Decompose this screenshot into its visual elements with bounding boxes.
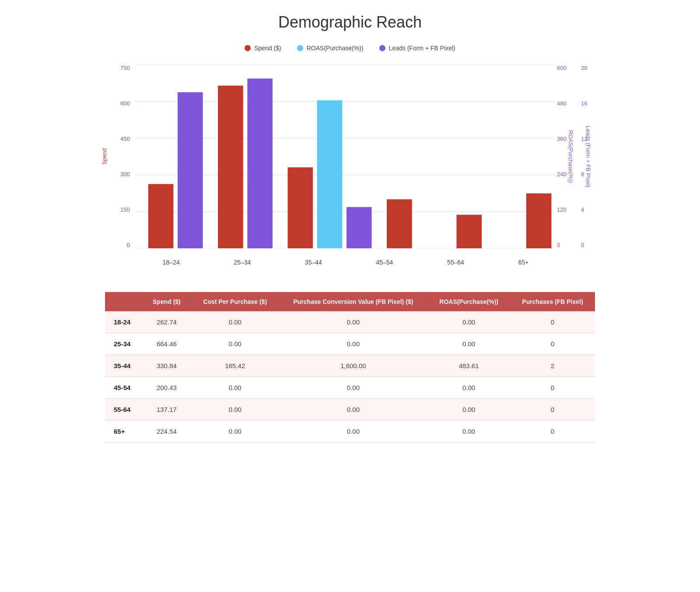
bar-25-34-leads: [247, 79, 273, 249]
td-cell: 165.42: [191, 355, 279, 377]
table-row: 35-44330.84165.421,600.00483.612: [105, 355, 595, 377]
y-leads-tick-3: 8: [578, 171, 584, 178]
bar-35-44-roas: [317, 101, 343, 249]
td-cell: 0.00: [427, 399, 510, 421]
x-label-18-24: 18–24: [163, 259, 180, 266]
td-cell: 0.00: [191, 377, 279, 399]
th-pcv: Purchase Conversion Value (FB Pixel) ($): [279, 292, 428, 311]
chart-wrapper: Spend 750 600 450 300 150 0: [105, 60, 595, 270]
td-cell: 0.00: [191, 421, 279, 442]
x-label-45-54: 45–54: [376, 259, 393, 266]
x-label-25-34: 25–34: [234, 259, 251, 266]
legend-label-spend: Spend ($): [254, 45, 281, 52]
y-left-tick-5: 0: [127, 242, 133, 248]
td-cell: 0.00: [279, 377, 428, 399]
x-label-55-64: 55–64: [447, 259, 464, 266]
td-cell: 0.00: [279, 399, 428, 421]
td-cell: 0.00: [279, 311, 428, 333]
legend-dot-leads: [379, 45, 385, 51]
td-cell: 262.74: [142, 311, 191, 333]
y-roas-tick-5: 0: [553, 242, 560, 248]
legend-label-leads: Leads (Form + FB Pixel): [389, 45, 455, 52]
bar-18-24-spend: [148, 184, 174, 248]
y-axis-right-roas: ROAS(Purchase(%)) 600 480 360 240 120 0: [553, 65, 573, 248]
td-age: 65+: [105, 421, 142, 442]
bar-65plus-spend: [526, 193, 552, 248]
table-row: 55-64137.170.000.000.000: [105, 399, 595, 421]
td-cell: 0: [510, 311, 595, 333]
td-cell: 1,600.00: [279, 355, 428, 377]
y-roas-tick-4: 120: [553, 206, 567, 213]
y-right-roas-title: ROAS(Purchase(%)): [567, 130, 574, 183]
y-left-tick-1: 600: [120, 100, 133, 107]
y-left-tick-0: 750: [120, 65, 133, 71]
td-cell: 0: [510, 421, 595, 442]
data-table: Spend ($) Cost Per Purchase ($) Purchase…: [105, 292, 595, 442]
y-roas-tick-0: 600: [553, 65, 567, 71]
td-cell: 0: [510, 377, 595, 399]
td-cell: 0.00: [191, 333, 279, 355]
bar-25-34-spend: [218, 86, 243, 248]
y-leads-tick-1: 16: [578, 100, 587, 107]
td-cell: 0.00: [279, 421, 428, 442]
th-age: [105, 292, 142, 311]
td-cell: 483.61: [427, 355, 510, 377]
td-cell: 664.46: [142, 333, 191, 355]
chart-svg: [136, 65, 556, 248]
table-row: 45-54200.430.000.000.000: [105, 377, 595, 399]
y-roas-tick-2: 360: [553, 136, 567, 142]
table-body: 18-24262.740.000.000.00025-34664.460.000…: [105, 311, 595, 442]
td-cell: 0.00: [427, 311, 510, 333]
td-age: 18-24: [105, 311, 142, 333]
legend-dot-spend: [245, 45, 251, 51]
bar-35-44-leads: [346, 207, 372, 249]
th-roas: ROAS(Purchase(%)): [427, 292, 510, 311]
table-row: 65+224.540.000.000.000: [105, 421, 595, 442]
legend-dot-roas: [297, 45, 303, 51]
td-cell: 0: [510, 399, 595, 421]
table-header-row: Spend ($) Cost Per Purchase ($) Purchase…: [105, 292, 595, 311]
legend-label-roas: ROAS(Purchase(%)): [307, 45, 364, 52]
td-cell: 0.00: [427, 421, 510, 442]
page-title: Demographic Reach: [105, 13, 595, 31]
y-axis-left: Spend 750 600 450 300 150 0: [105, 65, 133, 248]
bar-35-44-spend: [288, 167, 313, 248]
td-age: 55-64: [105, 399, 142, 421]
legend-roas: ROAS(Purchase(%)): [297, 45, 364, 52]
th-purchases: Purchases (FB Pixel): [510, 292, 595, 311]
td-age: 45-54: [105, 377, 142, 399]
td-age: 25-34: [105, 333, 142, 355]
td-cell: 0.00: [279, 333, 428, 355]
x-axis-labels: 18–24 25–34 35–44 45–54 55–64 65+: [136, 259, 556, 266]
td-cell: 0.00: [427, 377, 510, 399]
y-leads-tick-4: 4: [578, 206, 584, 213]
th-cpp: Cost Per Purchase ($): [191, 292, 279, 311]
y-left-tick-4: 150: [120, 206, 133, 213]
x-label-65plus: 65+: [518, 259, 528, 266]
y-left-tick-2: 450: [120, 136, 133, 142]
table-row: 25-34664.460.000.000.000: [105, 333, 595, 355]
table-row: 18-24262.740.000.000.000: [105, 311, 595, 333]
td-cell: 2: [510, 355, 595, 377]
y-axis-right-leads: Leads (Form + FB Pixel) 20 16 12 8 4 0: [578, 65, 595, 248]
th-spend: Spend ($): [142, 292, 191, 311]
bar-55-64-spend: [456, 215, 482, 248]
td-cell: 224.54: [142, 421, 191, 442]
y-leads-tick-0: 20: [578, 65, 587, 71]
chart-legend: Spend ($) ROAS(Purchase(%)) Leads (Form …: [105, 45, 595, 52]
td-cell: 0.00: [427, 333, 510, 355]
bar-45-54-spend: [387, 199, 412, 248]
chart-area: [136, 65, 556, 248]
legend-leads: Leads (Form + FB Pixel): [379, 45, 455, 52]
y-roas-tick-1: 480: [553, 100, 567, 107]
td-cell: 0.00: [191, 399, 279, 421]
y-left-title: Spend: [101, 148, 108, 165]
td-cell: 137.17: [142, 399, 191, 421]
y-roas-tick-3: 240: [553, 171, 567, 178]
td-cell: 330.84: [142, 355, 191, 377]
bar-18-24-leads: [178, 92, 203, 248]
y-left-tick-3: 300: [120, 171, 133, 178]
y-right-leads-title: Leads (Form + FB Pixel): [585, 125, 592, 187]
td-cell: 0.00: [191, 311, 279, 333]
y-leads-tick-5: 0: [578, 242, 584, 248]
